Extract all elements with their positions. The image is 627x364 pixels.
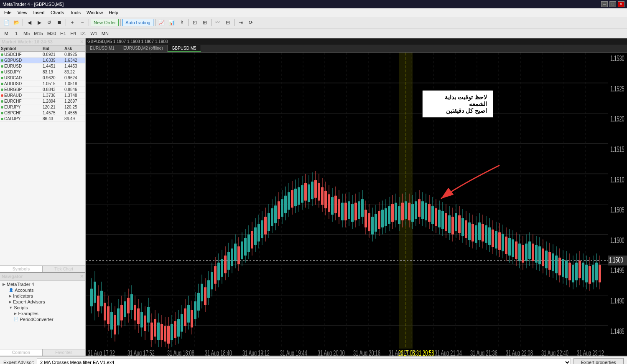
refresh-button[interactable]: ↺	[45, 18, 54, 27]
tf-m15[interactable]: M15	[32, 30, 44, 37]
menu-tools[interactable]: Tools	[67, 10, 83, 15]
autotrading-button[interactable]: AutoTrading	[122, 19, 153, 26]
menu-window[interactable]: Window	[84, 10, 105, 15]
svg-rect-311	[532, 244, 534, 261]
svg-rect-161	[284, 196, 287, 213]
svg-rect-167	[294, 189, 297, 206]
svg-rect-47	[94, 282, 96, 303]
tf-h4[interactable]: H4	[69, 30, 78, 37]
tree-item-metatrader-4[interactable]: ▶ MetaTrader 4	[1, 281, 84, 287]
stop-button[interactable]: ⏹	[55, 18, 64, 27]
market-watch-row[interactable]: GBPUSD 1.6339 1.6342	[0, 58, 85, 63]
market-watch-row[interactable]: EURJPY 120.21 120.25	[0, 104, 85, 110]
chart-tab-eurusd-m1[interactable]: EURUSD,M1	[86, 45, 119, 52]
line-chart-button[interactable]: 📈	[157, 18, 166, 27]
tf-m5[interactable]: M5	[22, 30, 31, 37]
svg-rect-133	[237, 246, 240, 264]
svg-rect-255	[438, 210, 441, 228]
svg-text:1.1490: 1.1490	[610, 296, 624, 305]
chart-canvas[interactable]: 1.1530 1.1525 1.1520 1.1515 1.1510 1.150…	[86, 53, 627, 356]
tf-1[interactable]: 1	[12, 30, 21, 37]
svg-text:31 Aug 23:12: 31 Aug 23:12	[577, 349, 604, 356]
svg-text:1.1505: 1.1505	[610, 205, 624, 214]
tf-m30[interactable]: M30	[46, 30, 58, 37]
tf-mn[interactable]: MN	[100, 30, 110, 37]
market-watch-row[interactable]: USDCHF 0.8921 0.8925	[0, 52, 85, 58]
market-watch-row[interactable]: EURCHF 1.2894 1.2897	[0, 99, 85, 104]
ea-dropdown[interactable]: 2 MA Crosses Mega filter EA V1.ex4	[37, 359, 571, 364]
svg-rect-81	[150, 323, 153, 340]
menu-insert[interactable]: Insert	[31, 10, 47, 15]
svg-rect-89	[164, 326, 166, 341]
svg-rect-253	[435, 208, 437, 226]
market-watch-close-icon[interactable]: ✕	[80, 39, 84, 45]
tree-item-periodconverter[interactable]: 📄 PeriodConverter	[1, 316, 84, 322]
bar-chart-button[interactable]: 📊	[167, 18, 176, 27]
toolbar-main: 📄 📂 ◀ ▶ ↺ ⏹ + − New Order AutoTrading 📈 …	[0, 17, 627, 28]
market-watch-row[interactable]: GBPCHF 1.4575 1.4585	[0, 110, 85, 116]
svg-rect-169	[298, 187, 300, 205]
template-button[interactable]: ⊟	[223, 18, 232, 27]
new-button[interactable]: 📄	[2, 18, 11, 27]
maximize-button[interactable]: □	[609, 1, 616, 7]
expert-properties-button[interactable]: Expert properties	[573, 358, 624, 364]
chart-shift-button[interactable]: ⇥	[236, 18, 245, 27]
market-watch-row[interactable]: USDJPY 83.19 83.22	[0, 69, 85, 75]
tab-favorites[interactable]: Favorites	[43, 349, 85, 356]
tab-tick-chart[interactable]: Tick Chart	[43, 266, 85, 272]
minimize-button[interactable]: ─	[601, 1, 608, 7]
open-button[interactable]: 📂	[12, 18, 21, 27]
svg-rect-95	[174, 321, 176, 338]
svg-rect-317	[542, 248, 544, 266]
candle-chart-button[interactable]: 🕯	[177, 18, 186, 27]
close-button[interactable]: ✕	[618, 1, 624, 7]
market-watch-row[interactable]: EURGBP 0.8843 0.8846	[0, 87, 85, 93]
svg-rect-305	[522, 245, 524, 263]
menu-help[interactable]: Help	[106, 10, 121, 15]
market-watch-row[interactable]: CADJPY 86.43 86.49	[0, 116, 85, 122]
tf-w1[interactable]: W1	[89, 30, 99, 37]
market-watch-row[interactable]: EURAUD 1.3736 1.3748	[0, 93, 85, 99]
svg-text:1.1520: 1.1520	[610, 114, 624, 123]
tf-d1[interactable]: D1	[79, 30, 88, 37]
market-watch-row[interactable]: AUDUSD 1.0515 1.0518	[0, 81, 85, 87]
zoom-out-button[interactable]: −	[78, 18, 87, 27]
svg-rect-333	[568, 263, 571, 280]
grid-button[interactable]: ⊞	[200, 18, 209, 27]
chart-area: GBPUSD,M5 1.1907 1.1908 1.1907 1.1908 EU…	[86, 38, 627, 356]
sep5	[155, 19, 155, 26]
menu-view[interactable]: View	[15, 10, 30, 15]
tf-m1[interactable]: M	[2, 30, 11, 37]
svg-rect-345	[589, 266, 591, 284]
svg-text:1.1495: 1.1495	[610, 266, 624, 275]
tf-h1[interactable]: H1	[59, 30, 68, 37]
market-watch-row[interactable]: USDCAD 0.9620 0.9624	[0, 75, 85, 81]
tab-symbols[interactable]: Symbols	[0, 266, 43, 272]
tree-item-scripts[interactable]: ▼ Scripts	[1, 305, 84, 311]
svg-rect-263	[451, 217, 454, 234]
menu-file[interactable]: File	[2, 10, 14, 15]
forward-button[interactable]: ▶	[35, 18, 44, 27]
menu-charts[interactable]: Charts	[48, 10, 66, 15]
tab-common[interactable]: Common	[0, 349, 43, 356]
svg-rect-171	[301, 185, 303, 202]
zoom-in-button[interactable]: +	[68, 18, 77, 27]
new-order-button[interactable]: New Order	[91, 19, 119, 26]
chart-tab-eurusd-m2[interactable]: EURUSD,M2 (offline)	[119, 45, 168, 52]
svg-rect-271	[465, 220, 467, 238]
navigator-close-icon[interactable]: ✕	[80, 274, 84, 279]
svg-rect-219	[381, 210, 384, 228]
tree-item-indicators[interactable]: ▶ Indicators	[1, 293, 84, 299]
chart-tab-gbpusd-m5[interactable]: GBPUSD,M5	[168, 45, 201, 52]
tree-item-examples[interactable]: ▶ Examples	[1, 311, 84, 316]
autoscroll-button[interactable]: ⟳	[246, 18, 255, 27]
indicator-button[interactable]: 〰	[213, 18, 222, 27]
svg-rect-183	[321, 187, 324, 205]
tree-item-expert-advisors[interactable]: ▶ Expert Advisors	[1, 299, 84, 305]
zoom-fit-button[interactable]: ⊡	[190, 18, 199, 27]
col-ask: Ask	[64, 46, 85, 51]
back-button[interactable]: ◀	[25, 18, 34, 27]
svg-rect-273	[468, 222, 471, 240]
tree-item-accounts[interactable]: 👤 Accounts	[1, 287, 84, 293]
market-watch-row[interactable]: EURUSD 1.4451 1.4453	[0, 63, 85, 69]
